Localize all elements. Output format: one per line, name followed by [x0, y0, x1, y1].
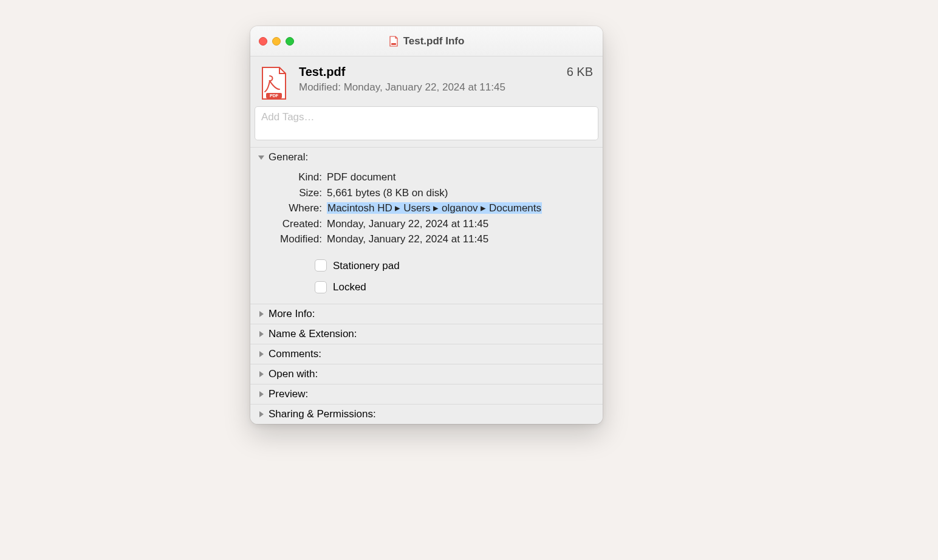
stationery-pad-checkbox[interactable] — [315, 259, 327, 271]
locked-checkbox[interactable] — [315, 281, 327, 293]
section-more-info-label: More Info: — [269, 308, 315, 320]
file-summary: PDF Test.pdf 6 KB Modified: Monday, Janu… — [250, 56, 603, 106]
section-open-with-label: Open with: — [269, 368, 318, 380]
section-preview-label: Preview: — [269, 388, 308, 400]
created-label: Created: — [256, 216, 322, 232]
section-comments[interactable]: Comments: — [250, 344, 603, 364]
minimize-button[interactable] — [272, 37, 281, 46]
modified-label: Modified: — [256, 231, 322, 247]
section-sharing-permissions-label: Sharing & Permissions: — [269, 408, 376, 420]
window-title: Test.pdf Info — [250, 35, 603, 47]
info-window: Test.pdf Info PDF Test.pdf 6 KB Modified… — [250, 26, 603, 424]
created-value: Monday, January 22, 2024 at 11:45 — [327, 216, 597, 232]
where-value[interactable]: Macintosh HD ▸ Users ▸ olganov ▸ Documen… — [327, 202, 542, 214]
chevron-right-icon — [256, 351, 266, 357]
chevron-down-icon — [256, 155, 266, 160]
section-general-header[interactable]: General: — [250, 148, 603, 167]
window-title-text: Test.pdf Info — [403, 35, 465, 47]
file-size-short: 6 KB — [567, 65, 593, 79]
svg-rect-0 — [391, 43, 396, 45]
chevron-right-icon — [256, 391, 266, 397]
close-button[interactable] — [259, 37, 267, 46]
where-label: Where: — [256, 200, 322, 216]
section-name-extension-label: Name & Extension: — [269, 328, 357, 340]
chevron-right-icon — [256, 331, 266, 337]
tags-input[interactable] — [255, 106, 598, 140]
stationery-pad-label[interactable]: Stationery pad — [333, 258, 400, 274]
modified-value: Monday, January 22, 2024 at 11:45 — [327, 231, 597, 247]
chevron-right-icon — [256, 411, 266, 417]
chevron-right-icon — [256, 311, 266, 317]
svg-text:PDF: PDF — [270, 94, 279, 98]
section-sharing-permissions[interactable]: Sharing & Permissions: — [250, 404, 603, 424]
traffic-lights — [259, 37, 294, 46]
titlebar[interactable]: Test.pdf Info — [250, 26, 603, 56]
kind-label: Kind: — [256, 169, 322, 185]
section-general-label: General: — [269, 151, 308, 163]
pdf-file-icon: PDF — [260, 66, 290, 100]
section-general: General: Kind: PDF document Size: 5,661 … — [250, 147, 603, 304]
size-label: Size: — [256, 185, 322, 201]
section-name-extension[interactable]: Name & Extension: — [250, 324, 603, 344]
kind-value: PDF document — [327, 169, 597, 185]
section-more-info[interactable]: More Info: — [250, 304, 603, 324]
pdf-mini-icon — [389, 36, 399, 47]
file-modified-line: Modified: Monday, January 22, 2024 at 11… — [299, 81, 593, 94]
chevron-right-icon — [256, 371, 266, 377]
file-name: Test.pdf — [299, 65, 345, 79]
size-value: 5,661 bytes (8 KB on disk) — [327, 185, 597, 201]
section-comments-label: Comments: — [269, 348, 321, 360]
locked-label[interactable]: Locked — [333, 279, 366, 295]
zoom-button[interactable] — [286, 37, 294, 46]
section-preview[interactable]: Preview: — [250, 384, 603, 404]
section-open-with[interactable]: Open with: — [250, 364, 603, 384]
